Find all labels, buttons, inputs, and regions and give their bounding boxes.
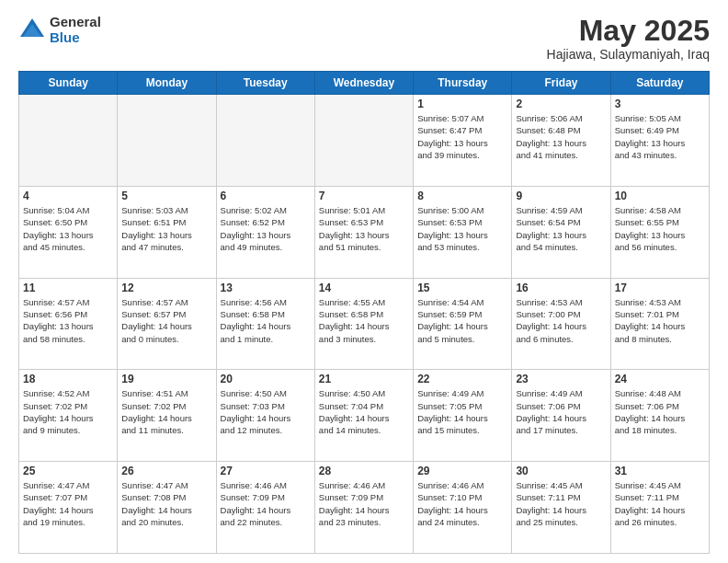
day-info: Sunrise: 4:58 AM Sunset: 6:55 PM Dayligh… [615, 204, 705, 253]
calendar-week-3: 11Sunrise: 4:57 AM Sunset: 6:56 PM Dayli… [19, 278, 710, 370]
calendar-cell [314, 95, 413, 187]
calendar-cell: 17Sunrise: 4:53 AM Sunset: 7:01 PM Dayli… [610, 278, 709, 370]
calendar-cell: 5Sunrise: 5:03 AM Sunset: 6:51 PM Daylig… [118, 186, 216, 278]
calendar-cell: 25Sunrise: 4:47 AM Sunset: 7:07 PM Dayli… [19, 462, 118, 554]
day-info: Sunrise: 5:01 AM Sunset: 6:53 PM Dayligh… [319, 204, 409, 253]
day-info: Sunrise: 5:06 AM Sunset: 6:48 PM Dayligh… [516, 112, 606, 161]
day-number: 8 [417, 190, 507, 202]
calendar-cell: 18Sunrise: 4:52 AM Sunset: 7:02 PM Dayli… [19, 370, 118, 462]
calendar-cell: 12Sunrise: 4:57 AM Sunset: 6:57 PM Dayli… [118, 278, 216, 370]
calendar-cell [19, 95, 118, 187]
day-info: Sunrise: 4:53 AM Sunset: 7:00 PM Dayligh… [516, 296, 606, 345]
calendar-cell: 20Sunrise: 4:50 AM Sunset: 7:03 PM Dayli… [216, 370, 314, 462]
day-info: Sunrise: 4:47 AM Sunset: 7:07 PM Dayligh… [23, 479, 113, 528]
day-info: Sunrise: 4:45 AM Sunset: 7:11 PM Dayligh… [615, 479, 705, 528]
day-number: 9 [516, 190, 606, 202]
day-number: 15 [417, 282, 507, 294]
weekday-header-sunday: Sunday [19, 72, 118, 95]
calendar-cell: 30Sunrise: 4:45 AM Sunset: 7:11 PM Dayli… [512, 462, 610, 554]
day-number: 5 [121, 190, 211, 202]
calendar-cell: 19Sunrise: 4:51 AM Sunset: 7:02 PM Dayli… [118, 370, 216, 462]
day-info: Sunrise: 5:02 AM Sunset: 6:52 PM Dayligh… [221, 204, 311, 253]
day-info: Sunrise: 4:53 AM Sunset: 7:01 PM Dayligh… [615, 296, 705, 345]
day-number: 1 [417, 98, 507, 110]
page: General Blue May 2025 Hajiawa, Sulaymani… [0, 0, 728, 563]
weekday-header-saturday: Saturday [610, 72, 709, 95]
logo-icon [18, 17, 46, 44]
calendar-cell: 14Sunrise: 4:55 AM Sunset: 6:58 PM Dayli… [314, 278, 413, 370]
calendar-cell: 31Sunrise: 4:45 AM Sunset: 7:11 PM Dayli… [610, 462, 709, 554]
day-info: Sunrise: 5:07 AM Sunset: 6:47 PM Dayligh… [417, 112, 507, 161]
calendar-cell: 3Sunrise: 5:05 AM Sunset: 6:49 PM Daylig… [610, 95, 709, 187]
day-number: 30 [516, 465, 606, 477]
day-info: Sunrise: 4:48 AM Sunset: 7:06 PM Dayligh… [615, 387, 705, 436]
day-number: 20 [221, 373, 311, 385]
day-number: 31 [615, 465, 705, 477]
calendar-cell [216, 95, 314, 187]
day-info: Sunrise: 4:49 AM Sunset: 7:05 PM Dayligh… [417, 387, 507, 436]
logo-text: General Blue [50, 15, 101, 45]
day-number: 16 [516, 282, 606, 294]
weekday-header-monday: Monday [118, 72, 216, 95]
day-info: Sunrise: 5:05 AM Sunset: 6:49 PM Dayligh… [615, 112, 705, 161]
logo: General Blue [18, 15, 101, 45]
day-info: Sunrise: 4:49 AM Sunset: 7:06 PM Dayligh… [516, 387, 606, 436]
day-info: Sunrise: 4:50 AM Sunset: 7:03 PM Dayligh… [221, 387, 311, 436]
calendar-body: 1Sunrise: 5:07 AM Sunset: 6:47 PM Daylig… [19, 95, 710, 554]
day-info: Sunrise: 4:47 AM Sunset: 7:08 PM Dayligh… [121, 479, 211, 528]
day-number: 17 [615, 282, 705, 294]
calendar-cell [118, 95, 216, 187]
day-info: Sunrise: 4:46 AM Sunset: 7:09 PM Dayligh… [221, 479, 311, 528]
day-info: Sunrise: 5:03 AM Sunset: 6:51 PM Dayligh… [121, 204, 211, 253]
calendar-cell: 29Sunrise: 4:46 AM Sunset: 7:10 PM Dayli… [414, 462, 512, 554]
day-number: 25 [23, 465, 113, 477]
day-number: 23 [516, 373, 606, 385]
logo-general-text: General [50, 15, 101, 30]
calendar-week-2: 4Sunrise: 5:04 AM Sunset: 6:50 PM Daylig… [19, 186, 710, 278]
calendar-week-5: 25Sunrise: 4:47 AM Sunset: 7:07 PM Dayli… [19, 462, 710, 554]
day-number: 22 [417, 373, 507, 385]
day-info: Sunrise: 5:00 AM Sunset: 6:53 PM Dayligh… [417, 204, 507, 253]
day-number: 28 [319, 465, 409, 477]
calendar-cell: 28Sunrise: 4:46 AM Sunset: 7:09 PM Dayli… [314, 462, 413, 554]
location: Hajiawa, Sulaymaniyah, Iraq [547, 47, 710, 62]
weekday-header-thursday: Thursday [414, 72, 512, 95]
day-number: 11 [23, 282, 113, 294]
header: General Blue May 2025 Hajiawa, Sulaymani… [18, 15, 710, 62]
calendar-cell: 24Sunrise: 4:48 AM Sunset: 7:06 PM Dayli… [610, 370, 709, 462]
day-info: Sunrise: 4:46 AM Sunset: 7:09 PM Dayligh… [319, 479, 409, 528]
day-number: 21 [319, 373, 409, 385]
calendar-cell: 21Sunrise: 4:50 AM Sunset: 7:04 PM Dayli… [314, 370, 413, 462]
calendar-cell: 9Sunrise: 4:59 AM Sunset: 6:54 PM Daylig… [512, 186, 610, 278]
day-number: 4 [23, 190, 113, 202]
day-info: Sunrise: 4:46 AM Sunset: 7:10 PM Dayligh… [417, 479, 507, 528]
day-info: Sunrise: 4:50 AM Sunset: 7:04 PM Dayligh… [319, 387, 409, 436]
day-number: 26 [121, 465, 211, 477]
calendar-cell: 16Sunrise: 4:53 AM Sunset: 7:00 PM Dayli… [512, 278, 610, 370]
day-info: Sunrise: 4:54 AM Sunset: 6:59 PM Dayligh… [417, 296, 507, 345]
calendar-week-1: 1Sunrise: 5:07 AM Sunset: 6:47 PM Daylig… [19, 95, 710, 187]
day-info: Sunrise: 4:56 AM Sunset: 6:58 PM Dayligh… [221, 296, 311, 345]
logo-blue-text: Blue [50, 30, 101, 46]
calendar-cell: 11Sunrise: 4:57 AM Sunset: 6:56 PM Dayli… [19, 278, 118, 370]
calendar-cell: 6Sunrise: 5:02 AM Sunset: 6:52 PM Daylig… [216, 186, 314, 278]
weekday-header-wednesday: Wednesday [314, 72, 413, 95]
day-info: Sunrise: 4:45 AM Sunset: 7:11 PM Dayligh… [516, 479, 606, 528]
day-number: 19 [121, 373, 211, 385]
day-number: 14 [319, 282, 409, 294]
day-number: 6 [221, 190, 311, 202]
calendar-cell: 2Sunrise: 5:06 AM Sunset: 6:48 PM Daylig… [512, 95, 610, 187]
day-info: Sunrise: 5:04 AM Sunset: 6:50 PM Dayligh… [23, 204, 113, 253]
day-info: Sunrise: 4:55 AM Sunset: 6:58 PM Dayligh… [319, 296, 409, 345]
day-info: Sunrise: 4:51 AM Sunset: 7:02 PM Dayligh… [121, 387, 211, 436]
day-number: 18 [23, 373, 113, 385]
calendar-table: SundayMondayTuesdayWednesdayThursdayFrid… [18, 71, 710, 554]
calendar-cell: 4Sunrise: 5:04 AM Sunset: 6:50 PM Daylig… [19, 186, 118, 278]
day-number: 7 [319, 190, 409, 202]
day-number: 24 [615, 373, 705, 385]
day-info: Sunrise: 4:57 AM Sunset: 6:56 PM Dayligh… [23, 296, 113, 345]
day-number: 13 [221, 282, 311, 294]
calendar-cell: 7Sunrise: 5:01 AM Sunset: 6:53 PM Daylig… [314, 186, 413, 278]
calendar-cell: 1Sunrise: 5:07 AM Sunset: 6:47 PM Daylig… [414, 95, 512, 187]
day-number: 27 [221, 465, 311, 477]
